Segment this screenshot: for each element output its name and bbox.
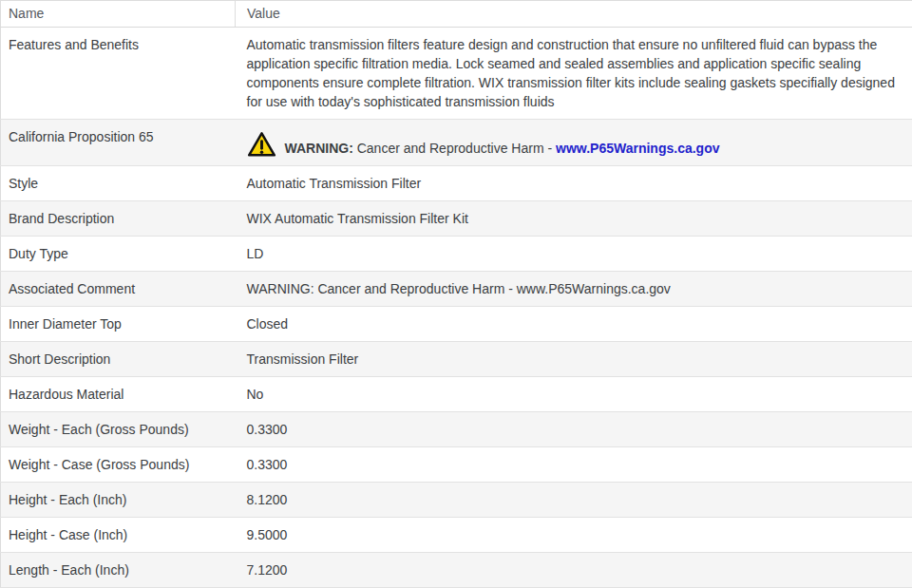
column-header-name: Name (1, 1, 236, 28)
spec-value: WARNING: Cancer and Reproductive Harm - … (236, 272, 912, 307)
column-header-value: Value (236, 1, 912, 28)
spec-value: Transmission Filter (236, 342, 912, 377)
spec-name: Inner Diameter Top (1, 307, 236, 342)
table-row: Associated Comment WARNING: Cancer and R… (1, 272, 912, 307)
spec-name: Height - Case (Inch) (1, 518, 236, 553)
spec-name: Short Description (1, 342, 236, 377)
warning-text: WARNING: Cancer and Reproductive Harm - … (285, 139, 720, 158)
table-row: Weight - Each (Gross Pounds) 0.3300 (1, 412, 912, 447)
table-row: California Proposition 65 WARNING: Cance… (1, 120, 912, 166)
spec-value: WARNING: Cancer and Reproductive Harm - … (236, 120, 912, 166)
spec-value: Closed (236, 307, 912, 342)
spec-value: 8.1200 (236, 483, 912, 518)
table-row: Inner Diameter Top Closed (1, 307, 912, 342)
table-row: Style Automatic Transmission Filter (1, 166, 912, 201)
warning-message: Cancer and Reproductive Harm - (353, 141, 556, 156)
spec-name: Weight - Each (Gross Pounds) (1, 412, 236, 447)
spec-value: Automatic transmission filters feature d… (236, 28, 912, 120)
spec-value: WIX Automatic Transmission Filter Kit (236, 201, 912, 237)
table-row: Length - Each (Inch) 7.1200 (1, 553, 912, 588)
spec-value: 9.5000 (236, 518, 912, 553)
spec-name: Associated Comment (1, 272, 236, 307)
warning-triangle-icon (247, 131, 276, 158)
table-row: Hazardous Material No (1, 377, 912, 412)
table-row: Brand Description WIX Automatic Transmis… (1, 201, 912, 237)
table-row: Features and Benefits Automatic transmis… (1, 28, 912, 120)
spec-name: Features and Benefits (1, 28, 236, 120)
spec-name: Style (1, 166, 236, 201)
spec-value: Automatic Transmission Filter (236, 166, 912, 201)
spec-name: Height - Each (Inch) (1, 483, 236, 518)
table-row: Height - Each (Inch) 8.1200 (1, 483, 912, 518)
product-specs-table: Name Value Features and Benefits Automat… (0, 0, 912, 588)
spec-name: Weight - Case (Gross Pounds) (1, 447, 236, 483)
spec-name: California Proposition 65 (1, 120, 236, 166)
spec-value: 7.1200 (236, 553, 912, 588)
spec-value: No (236, 377, 912, 412)
table-row: Duty Type LD (1, 237, 912, 272)
spec-value: 0.3300 (236, 447, 912, 483)
spec-value: LD (236, 237, 912, 272)
table-row: Short Description Transmission Filter (1, 342, 912, 377)
spec-name: Brand Description (1, 201, 236, 237)
spec-name: Hazardous Material (1, 377, 236, 412)
table-row: Height - Case (Inch) 9.5000 (1, 518, 912, 553)
spec-name: Duty Type (1, 237, 236, 272)
spec-name: Length - Each (Inch) (1, 553, 236, 588)
spec-value: 0.3300 (236, 412, 912, 447)
table-row: Weight - Case (Gross Pounds) 0.3300 (1, 447, 912, 483)
table-header-row: Name Value (1, 1, 912, 28)
warning-bold-label: WARNING: (285, 141, 353, 156)
p65-warnings-link[interactable]: www.P65Warnings.ca.gov (556, 141, 719, 156)
